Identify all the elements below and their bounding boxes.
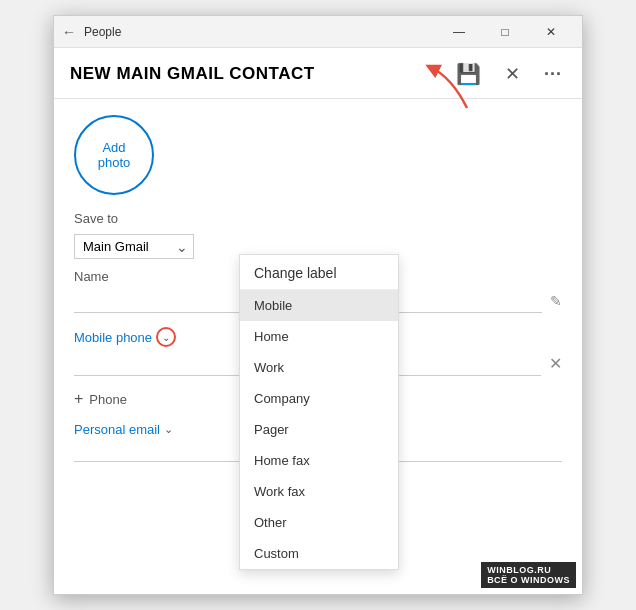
close-form-button[interactable]: ✕ xyxy=(501,59,524,89)
dropdown-item-company[interactable]: Company xyxy=(240,383,398,414)
chevron-down-icon: ⌄ xyxy=(162,332,170,343)
form-body: Add photo Save to Main Gmail Name ✎ xyxy=(54,99,582,594)
save-to-select[interactable]: Main Gmail xyxy=(74,234,194,259)
name-edit-icon[interactable]: ✎ xyxy=(550,293,562,309)
add-photo-label-line2: photo xyxy=(98,155,131,170)
title-bar: ← People — □ ✕ xyxy=(54,16,582,48)
photo-section: Add photo xyxy=(74,115,562,195)
form-toolbar: NEW MAIN GMAIL CONTACT 💾 ✕ ··· xyxy=(54,48,582,99)
minimize-button[interactable]: — xyxy=(436,16,482,48)
phone-label-chevron[interactable]: ⌄ xyxy=(156,327,176,347)
close-window-button[interactable]: ✕ xyxy=(528,16,574,48)
mobile-phone-label[interactable]: Mobile phone xyxy=(74,330,152,345)
page-title: NEW MAIN GMAIL CONTACT xyxy=(70,64,315,84)
dropdown-item-home-fax[interactable]: Home fax xyxy=(240,445,398,476)
dropdown-item-other[interactable]: Other xyxy=(240,507,398,538)
maximize-button[interactable]: □ xyxy=(482,16,528,48)
save-button[interactable]: 💾 xyxy=(452,58,485,90)
dropdown-item-mobile[interactable]: Mobile xyxy=(240,290,398,321)
window-title: People xyxy=(84,25,436,39)
dropdown-item-work[interactable]: Work xyxy=(240,352,398,383)
dropdown-header: Change label xyxy=(240,255,398,290)
window-controls: — □ ✕ xyxy=(436,16,574,48)
add-photo-button[interactable]: Add photo xyxy=(74,115,154,195)
content-area: NEW MAIN GMAIL CONTACT 💾 ✕ ··· xyxy=(54,48,582,594)
watermark-line2: ВСЁ О WINDOWS xyxy=(487,575,570,585)
dropdown-item-work-fax[interactable]: Work fax xyxy=(240,476,398,507)
email-chevron-icon[interactable]: ⌄ xyxy=(164,423,173,436)
app-window: ← People — □ ✕ NEW MAIN GMAIL CONTACT xyxy=(53,15,583,595)
watermark: WINBLOG.RU ВСЁ О WINDOWS xyxy=(481,562,576,588)
add-phone-label: Phone xyxy=(89,392,127,407)
watermark-line1: WINBLOG.RU xyxy=(487,565,570,575)
change-label-dropdown: Change label Mobile Home Work Company Pa… xyxy=(239,254,399,570)
dropdown-item-home[interactable]: Home xyxy=(240,321,398,352)
personal-email-label[interactable]: Personal email xyxy=(74,422,160,437)
phone-delete-icon[interactable]: ✕ xyxy=(549,354,562,373)
add-phone-plus-icon: + xyxy=(74,390,83,408)
more-options-button[interactable]: ··· xyxy=(540,60,566,89)
save-to-select-wrap: Main Gmail xyxy=(74,234,194,259)
back-button[interactable]: ← xyxy=(62,24,76,40)
dropdown-item-pager[interactable]: Pager xyxy=(240,414,398,445)
toolbar-actions: 💾 ✕ ··· xyxy=(452,58,566,90)
add-photo-label-line1: Add xyxy=(102,140,125,155)
save-to-label: Save to xyxy=(74,211,562,226)
dropdown-item-custom[interactable]: Custom xyxy=(240,538,398,569)
